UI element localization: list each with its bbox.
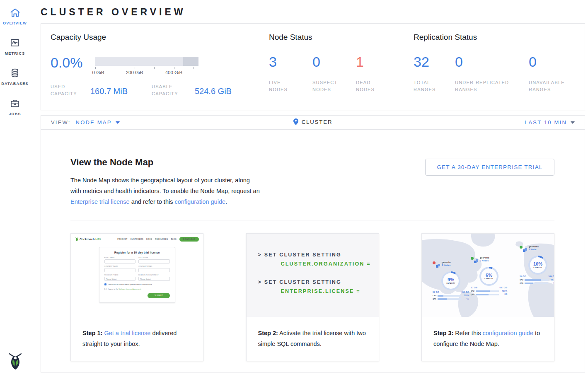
step-1-image: Cockroach LABS PRODUCT CUSTOMERS DOCS RE…	[71, 234, 203, 317]
description-text: and refer to this	[130, 198, 175, 205]
mini-nav-customers: CUSTOMERS	[131, 238, 143, 240]
mini-logo-suffix: LABS	[95, 238, 101, 240]
live-nodes-value: 3	[269, 54, 312, 69]
axis-label-200: 200 GiB	[126, 70, 143, 75]
mini-submit-button: SUBMIT	[148, 293, 169, 298]
usable-capacity-value: 524.6 GiB	[195, 87, 232, 96]
node-capacity-percent: 6%	[486, 273, 492, 278]
node-map-description: The Node Map shows the geographical layo…	[70, 175, 262, 207]
node-capacity-percent: 10%	[533, 262, 542, 266]
node-locality: geo=sfo	[442, 261, 450, 264]
sidebar-item-metrics[interactable]: METRICS	[0, 37, 30, 56]
sidebar-item-jobs[interactable]: JOBS	[0, 97, 30, 116]
node-cpu-label: CPU	[520, 279, 525, 281]
mini-select: Please Select	[138, 277, 170, 281]
replication-status-title: Replication Status	[414, 33, 585, 42]
map-pin-icon	[293, 118, 298, 125]
time-range-value: LAST 10 MIN	[525, 119, 567, 126]
description-text: The Node Map shows the geographical layo…	[70, 177, 260, 194]
view-bar: VIEW: NODE MAP CLUSTER	[41, 116, 585, 130]
map-node-sfo: geo=sfo 2 Nodes 9% CAPACITY	[433, 261, 469, 300]
unavailable-ranges-stat: 0 UNAVAILABLE RANGES	[529, 54, 583, 93]
view-selector[interactable]: VIEW: NODE MAP	[51, 119, 120, 126]
sidebar-item-label: JOBS	[9, 112, 21, 116]
mini-logo-text: Cockroach	[80, 238, 94, 241]
node-total-capacity: 63.7 GiB	[500, 287, 507, 289]
mini-field-label: COMPANY EMAIL	[138, 266, 170, 267]
usable-capacity-label: USABLE CAPACITY	[152, 83, 195, 97]
sidebar: OVERVIEW METRICS DATABASES	[0, 0, 30, 377]
node-status-dot-green	[471, 257, 474, 260]
axis-label-400: 400 GiB	[165, 70, 183, 75]
node-qps-value: 6.4	[549, 282, 554, 284]
mini-nav-blog: BLOG	[171, 238, 177, 240]
sidebar-item-label: METRICS	[5, 51, 25, 56]
step-1-card: Cockroach LABS PRODUCT CUSTOMERS DOCS RE…	[70, 233, 203, 361]
node-count: 2 Nodes	[480, 259, 489, 262]
step-2-card: > SET CLUSTER SETTING CLUSTER.ORGANIZATI…	[246, 233, 379, 361]
divider	[70, 220, 554, 220]
mini-form-title: Register for a 30-day trial license	[104, 251, 170, 254]
get-trial-license-link[interactable]: Get a trial license	[104, 330, 150, 336]
dead-nodes-label: DEAD NODES	[356, 79, 381, 93]
databases-icon	[10, 67, 20, 79]
mini-checkbox-label: I would like to receive email updates ab…	[108, 283, 152, 285]
get-enterprise-trial-button[interactable]: GET A 30-DAY ENTERPRISE TRIAL	[425, 159, 554, 176]
suspect-nodes-value: 0	[312, 54, 356, 69]
node-count: 2 Nodes	[442, 264, 450, 267]
replication-status-section: Replication Status 32 TOTAL RANGES 0 UND…	[414, 33, 585, 110]
total-ranges-value: 32	[414, 54, 455, 69]
node-capacity-percent: 9%	[448, 278, 454, 282]
home-icon	[10, 7, 21, 18]
enterprise-trial-license-link[interactable]: Enterprise trial license	[70, 198, 130, 205]
cluster-breadcrumb[interactable]: CLUSTER	[293, 118, 333, 125]
sql-command: > SET CLUSTER SETTING	[258, 252, 379, 258]
sql-setting: ENTERPRISE.LICENSE =	[281, 288, 379, 294]
node-map-preview: geo=sfo 2 Nodes 9% CAPACITY	[422, 234, 554, 317]
sql-command: > SET CLUSTER SETTING	[258, 279, 379, 285]
mini-select: Please Select	[104, 277, 136, 281]
time-range-selector[interactable]: LAST 10 MIN	[525, 119, 575, 126]
node-locality: geo=ams	[529, 245, 539, 248]
mini-checkbox-label: I agree to the	[108, 288, 119, 290]
total-ranges-stat: 32 TOTAL RANGES	[414, 54, 455, 93]
under-replicated-ranges-stat: 0 UNDER-REPLICATED RANGES	[455, 54, 529, 93]
node-status-section: Node Status 3 LIVE NODES 0 SUSPECT NODES…	[269, 33, 414, 110]
view-selected-value: NODE MAP	[76, 119, 112, 126]
page-title: CLUSTER OVERVIEW	[30, 0, 588, 18]
description-text: .	[225, 198, 227, 205]
node-qps-label: QPS	[520, 282, 525, 284]
step-2-label: Step 2:	[258, 330, 278, 336]
sidebar-item-overview[interactable]: OVERVIEW	[0, 7, 30, 25]
chevron-down-icon	[116, 121, 120, 124]
capacity-gauge: 0 GiB 200 GiB 400 GiB	[95, 57, 198, 77]
under-replicated-ranges-value: 0	[455, 54, 529, 69]
node-cpu-value: 11.0%	[462, 295, 469, 297]
configuration-guide-link[interactable]: configuration guide	[174, 198, 225, 205]
mini-input	[138, 259, 170, 263]
mini-nav-docs: DOCS	[146, 238, 152, 240]
dead-nodes-stat: 1 DEAD NODES	[356, 54, 399, 93]
mini-input	[104, 268, 136, 272]
node-cpu-label: CPU	[433, 295, 438, 297]
sidebar-item-label: OVERVIEW	[3, 21, 27, 25]
capacity-percent: 0.0%	[51, 56, 95, 77]
node-cube-icon	[523, 247, 528, 254]
node-qps-value: 4.7	[462, 298, 469, 300]
step-3-caption: Step 3: Refer this configuration guide t…	[422, 317, 554, 349]
configuration-guide-link[interactable]: configuration guide	[482, 330, 533, 336]
capacity-donut: 9% CAPACITY	[441, 271, 460, 290]
sidebar-item-databases[interactable]: DATABASES	[0, 67, 30, 86]
mini-field-label: PROJECT PHASE	[104, 274, 136, 276]
node-cube-icon	[474, 258, 479, 265]
mini-license-link: Software License Agreement.	[119, 288, 141, 290]
view-label: VIEW:	[51, 119, 71, 126]
live-nodes-label: LIVE NODES	[269, 79, 294, 93]
step-2-caption: Step 2: Activate the trial license with …	[247, 317, 379, 349]
used-capacity-value: 160.7 MiB	[90, 87, 152, 96]
mini-field-label: COMPANY NAME	[104, 266, 136, 267]
cluster-breadcrumb-label: CLUSTER	[302, 119, 333, 125]
cluster-summary-panel: Capacity Usage 0.0%	[41, 23, 585, 110]
sql-code-block: > SET CLUSTER SETTING CLUSTER.ORGANIZATI…	[247, 234, 379, 317]
mini-nav-resources: RESOURCES	[155, 238, 168, 240]
